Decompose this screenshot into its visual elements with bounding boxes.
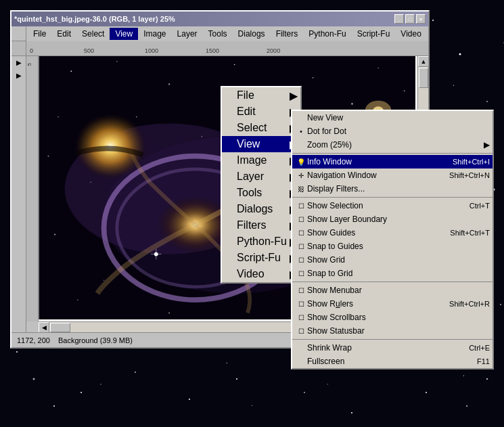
view-show-scrollbars[interactable]: ☐ Show Scrollbars [292,311,492,324]
toolbar-arrow-icon[interactable]: ▶ [12,56,26,69]
svg-point-51 [48,156,49,157]
primary-menu-python-fu[interactable]: Python-Fu ▶ [222,233,300,250]
primary-menu-file[interactable]: File ▶ [222,87,300,104]
ruler-mark-2000: 2000 [267,47,280,54]
svg-point-31 [404,90,405,91]
menu-dialogs[interactable]: Dialogs [233,28,271,40]
menu-python-fu[interactable]: Python-Fu [303,28,351,40]
coordinates-display: 1172, 200 [17,336,50,344]
separator-3 [292,282,492,282]
svg-point-26 [116,61,118,62]
show-selection-label: Show Selection [307,201,363,210]
close-button[interactable]: × [416,14,426,24]
menu-script-fu[interactable]: Script-Fu [352,28,396,40]
svg-point-33 [351,103,352,104]
maximize-button[interactable]: □ [405,14,415,24]
primary-menu-dialogs[interactable]: Dialogs ▶ [222,201,300,217]
view-dot-for-dot[interactable]: • Dot for Dot [292,125,492,138]
menu-image[interactable]: Image [138,28,171,40]
primary-menu-video[interactable]: Video ▶ [222,266,300,282]
check-empty4 [295,357,307,366]
view-snap-to-guides[interactable]: ☐ Snap to Guides [292,240,492,253]
menu-view[interactable]: View [110,28,138,40]
menu-tools[interactable]: Tools [203,28,233,40]
ruler-mark-1000: 1000 [145,47,158,54]
view-show-layer-boundary[interactable]: ☐ Show Layer Boundary [292,212,492,226]
snap-to-guides-label: Snap to Guides [307,242,363,251]
view-submenu: New View • Dot for Dot Zoom (25%) ▶ 💡 In… [291,110,494,369]
view-shrink-wrap[interactable]: Shrink Wrap Ctrl+E [292,341,492,355]
scroll-bottom-thumb[interactable] [50,323,70,332]
view-show-guides[interactable]: ☐ Show Guides Shift+Ctrl+T [292,226,492,240]
view-show-selection[interactable]: ☐ Show Selection Ctrl+T [292,199,492,212]
primary-menu-filters[interactable]: Filters ▶ [222,217,300,233]
nav-window-shortcut: Shift+Ctrl+N [449,171,490,179]
toolbar-tool-icon[interactable]: ▶ [12,69,26,82]
svg-point-43 [104,279,105,281]
layer-info-display: Background (39.9 MB) [58,336,133,344]
primary-menu-select[interactable]: Select ▶ [222,120,300,136]
view-navigation-window[interactable]: ✛ Navigation Window Shift+Ctrl+N [292,168,492,182]
check-box-statusbar: ☐ [295,328,307,335]
info-window-label: Info Window [307,157,352,166]
minimize-button[interactable]: _ [394,14,404,24]
svg-point-46 [168,312,170,313]
primary-menu-layer[interactable]: Layer ▶ [222,168,300,185]
check-empty2 [295,140,307,150]
menu-file[interactable]: File [28,28,51,40]
view-new-view[interactable]: New View [292,111,492,125]
check-box-grid: ☐ [295,256,307,264]
primary-menu-edit[interactable]: Edit ▶ [222,104,300,120]
view-show-statusbar[interactable]: ☐ Show Statusbar [292,324,492,338]
navigation-window-label: Navigation Window [307,171,377,180]
window-title: *quintet_hst_big.jpeg-36.0 (RGB, 1 layer… [14,15,175,23]
primary-menu-tools[interactable]: Tools ▶ [222,185,300,201]
check-empty [295,114,307,122]
submenu-arrow: ▶ [290,89,298,102]
view-display-filters[interactable]: ⛓ Display Filters... [292,182,492,196]
menu-video[interactable]: Video [395,28,426,40]
ruler-mark-0: 0 [30,47,33,54]
fullscreen-label: Fullscreen [307,357,344,366]
zoom-label: Zoom (25%) [307,140,352,150]
view-zoom[interactable]: Zoom (25%) ▶ [292,138,492,152]
svg-point-38 [136,116,137,118]
show-selection-shortcut: Ctrl+T [469,202,490,210]
menu-bar: File Edit Select View Image Layer Tools … [26,26,428,41]
svg-point-29 [313,77,314,78]
check-box-layer: ☐ [295,216,307,223]
view-show-menubar[interactable]: ☐ Show Menubar [292,284,492,297]
view-info-window[interactable]: 💡 Info Window Shift+Ctrl+I [292,155,492,168]
show-layer-boundary-label: Show Layer Boundary [307,215,387,224]
view-fullscreen[interactable]: Fullscreen F11 [292,355,492,368]
primary-menu-view[interactable]: View ▶ [222,136,300,152]
scroll-up-button[interactable]: ▲ [418,56,428,67]
primary-menu-script-fu[interactable]: Script-Fu ▶ [222,250,300,266]
svg-point-27 [168,83,170,85]
view-show-grid[interactable]: ☐ Show Grid [292,253,492,267]
show-guides-shortcut: Shift+Ctrl+T [450,229,490,237]
menu-bar-row: File Edit Select View Image Layer Tools … [12,26,428,41]
corner-spacer [12,26,26,41]
title-bar-buttons: _ □ × [394,14,426,24]
dot-for-dot-label: Dot for Dot [307,127,346,136]
menu-layer[interactable]: Layer [172,28,203,40]
ruler-top: 0 500 1000 1500 2000 [26,41,428,56]
menu-edit[interactable]: Edit [51,28,76,40]
zoom-arrow: ▶ [484,140,490,150]
chain-icon: ⛓ [295,185,307,193]
snap-to-grid-label: Snap to Grid [307,269,352,278]
ruler-mark-500: 500 [84,47,94,54]
scroll-thumb[interactable] [419,68,428,88]
view-show-rulers[interactable]: ☐ Show Rulers Shift+Ctrl+R [292,297,492,311]
primary-menu: File ▶ Edit ▶ Select ▶ View ▶ Image ▶ La… [221,86,302,284]
scroll-left-button[interactable]: ◀ [39,322,49,332]
primary-menu-image[interactable]: Image ▶ [222,152,300,168]
menu-filters[interactable]: Filters [271,28,304,40]
shrink-wrap-shortcut: Ctrl+E [469,344,490,352]
check-box-selection: ☐ [295,202,307,210]
view-snap-to-grid[interactable]: ☐ Snap to Grid [292,267,492,280]
ruler-left: 5 [26,56,39,321]
menu-select[interactable]: Select [76,28,110,40]
show-menubar-label: Show Menubar [307,286,362,295]
